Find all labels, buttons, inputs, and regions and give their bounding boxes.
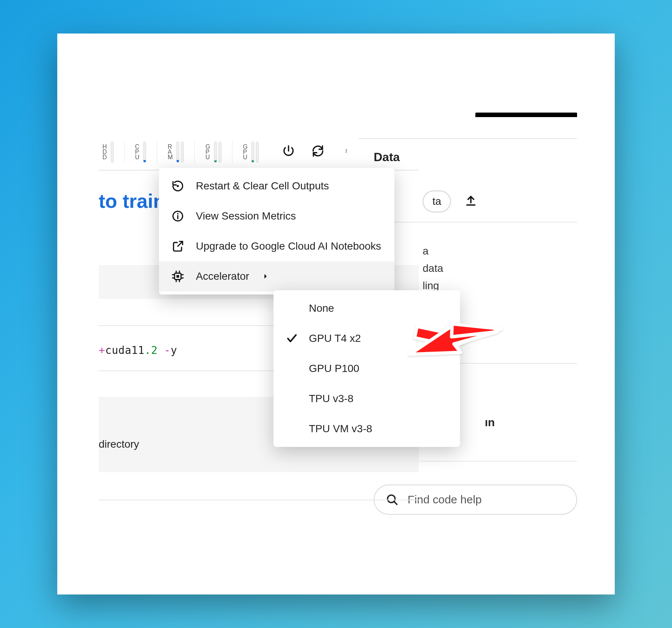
option-label: GPU T4 x2 xyxy=(309,332,361,344)
more-vertical-icon xyxy=(345,144,349,158)
refresh-icon xyxy=(311,144,325,158)
gauge-label-ram: RAM xyxy=(168,144,173,160)
option-label: TPU v3-8 xyxy=(309,393,353,405)
cell-sep xyxy=(99,500,419,500)
accelerator-option-tpu-vm-v3-8[interactable]: TPU VM v3-8 xyxy=(273,414,460,444)
menu-label: Upgrade to Google Cloud AI Notebooks xyxy=(196,240,381,252)
option-label: None xyxy=(309,302,334,314)
gauge-bar-ram-1 xyxy=(176,142,179,163)
app-frame: HDD CPU RAM GPU GPU xyxy=(57,34,615,594)
gauge-hdd: HDD xyxy=(99,142,118,163)
check-icon xyxy=(286,332,298,344)
accelerator-submenu: None GPU T4 x2 GPU P100 TPU v3-8 TPU VM … xyxy=(273,290,460,447)
right-heading-fragment: ın xyxy=(485,416,495,429)
option-label: GPU P100 xyxy=(309,363,359,375)
gauge-gpu-2: GPU xyxy=(239,142,263,163)
menu-label: Accelerator xyxy=(196,270,249,282)
active-tab-indicator xyxy=(475,113,577,117)
gauge-divider xyxy=(232,141,232,163)
chevron-right-icon xyxy=(262,270,269,282)
gauge-divider xyxy=(194,141,195,163)
accelerator-option-tpu-v3-8[interactable]: TPU v3-8 xyxy=(273,384,460,414)
accelerator-option-gpu-p100[interactable]: GPU P100 xyxy=(273,354,460,384)
session-menu: Restart & Clear Cell Outputs View Sessio… xyxy=(159,168,394,294)
gauge-cpu: CPU xyxy=(131,142,150,163)
svg-point-4 xyxy=(177,185,179,187)
svg-point-2 xyxy=(346,152,347,152)
refresh-button[interactable] xyxy=(311,144,325,158)
directory-label: directory xyxy=(99,438,139,450)
session-toolbar xyxy=(281,144,354,158)
gauge-label-gpu-1: GPU xyxy=(205,144,210,160)
option-label: TPU VM v3-8 xyxy=(309,423,372,435)
gauge-bar-hdd xyxy=(111,142,114,163)
svg-point-0 xyxy=(346,149,347,150)
gauge-label-cpu: CPU xyxy=(135,144,140,160)
svg-rect-8 xyxy=(176,275,179,277)
menu-item-restart-clear[interactable]: Restart & Clear Cell Outputs xyxy=(159,171,394,201)
gauge-label-gpu-2: GPU xyxy=(243,144,247,160)
accelerator-option-gpu-t4-x2[interactable]: GPU T4 x2 xyxy=(273,323,460,354)
menu-item-accelerator[interactable]: Accelerator xyxy=(159,261,394,291)
more-menu-button[interactable] xyxy=(340,144,354,158)
right-pane-rule xyxy=(359,138,577,139)
svg-point-6 xyxy=(177,213,179,215)
upload-icon xyxy=(464,194,478,208)
gauge-bar-gpu-2b xyxy=(256,142,259,163)
restart-icon xyxy=(171,179,185,193)
right-hr xyxy=(374,222,577,223)
power-icon xyxy=(282,144,295,158)
svg-point-1 xyxy=(346,151,347,151)
gauge-bar-gpu-1b xyxy=(218,142,221,163)
gauge-ram: RAM xyxy=(164,142,188,163)
upload-button[interactable] xyxy=(464,194,478,208)
menu-item-session-metrics[interactable]: View Session Metrics xyxy=(159,201,394,231)
power-button[interactable] xyxy=(281,144,296,158)
menu-label: View Session Metrics xyxy=(196,210,296,222)
gauge-divider xyxy=(124,141,125,163)
menu-item-upgrade-gcloud[interactable]: Upgrade to Google Cloud AI Notebooks xyxy=(159,231,394,261)
data-pane-title: Data xyxy=(374,150,400,164)
code-fragment: +cuda11.2 -y xyxy=(99,344,177,357)
open-external-icon xyxy=(171,239,185,253)
gauge-bar-ram-2 xyxy=(181,142,184,163)
gauge-bar-cpu xyxy=(143,142,146,163)
gauge-divider xyxy=(157,141,157,163)
add-data-pill[interactable]: ta xyxy=(423,191,451,212)
gauge-bar-gpu-1a xyxy=(214,142,217,163)
pill-label-fragment: ta xyxy=(432,195,441,207)
accelerator-option-none[interactable]: None xyxy=(273,293,460,323)
gauge-bar-gpu-2a xyxy=(251,142,254,163)
menu-label: Restart & Clear Cell Outputs xyxy=(196,180,329,192)
chip-icon xyxy=(171,270,185,283)
gauge-label-hdd: HDD xyxy=(102,144,107,160)
gauge-gpu-1: GPU xyxy=(202,142,225,163)
info-icon xyxy=(171,209,185,223)
